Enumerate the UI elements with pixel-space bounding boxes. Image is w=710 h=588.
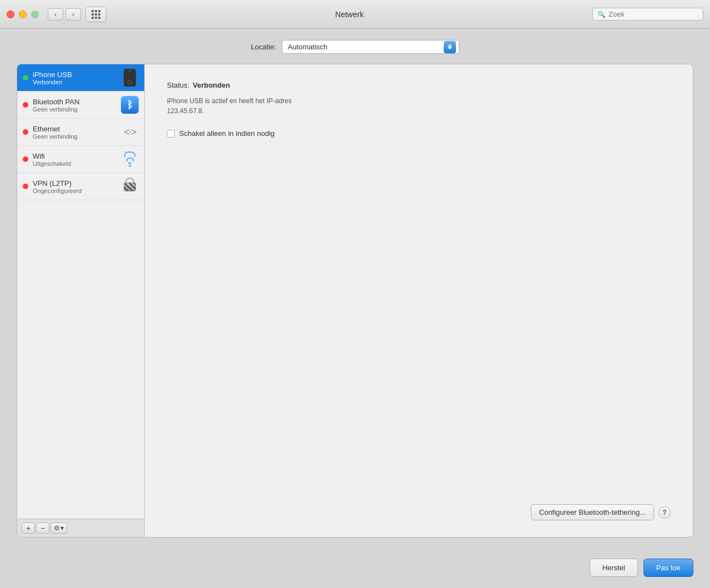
network-info: Wifi Uitgeschakeld <box>33 152 116 167</box>
checkbox-row: Schakel alleen in indien nodig <box>167 129 671 138</box>
lock-icon <box>121 178 139 195</box>
location-label: Locatie: <box>251 43 276 51</box>
gear-icon: ⚙ <box>54 524 60 532</box>
help-button[interactable]: ? <box>658 506 671 519</box>
sidebar-item-iphone-usb[interactable]: iPhone USB Verbonden <box>17 64 144 92</box>
network-name: VPN (L2TP) <box>33 179 116 187</box>
sidebar-list: iPhone USB Verbonden Bluetooth PAN Geen … <box>17 64 144 519</box>
network-status: Ongeconfigureerd <box>33 187 116 194</box>
search-input[interactable] <box>608 10 698 18</box>
pas-toe-button[interactable]: Pas toe <box>643 559 693 577</box>
sidebar-toolbar: + − ⚙ ▾ <box>17 519 144 537</box>
nav-buttons: ‹ › <box>48 8 81 21</box>
network-name: Ethernet <box>33 125 116 133</box>
ethernet-icon: <‧> <box>121 123 139 141</box>
sidebar-item-vpn[interactable]: VPN (L2TP) Ongeconfigureerd <box>17 173 144 200</box>
configure-bluetooth-button[interactable]: Configureer Bluetooth-tethering... <box>531 504 654 520</box>
titlebar: ‹ › Netwerk 🔍 <box>0 0 710 29</box>
detail-bottom: Configureer Bluetooth-tethering... ? <box>167 504 671 520</box>
network-name: iPhone USB <box>33 70 116 79</box>
forward-button[interactable]: › <box>65 8 81 21</box>
grid-button[interactable] <box>85 7 106 22</box>
network-status: Geen verbinding <box>33 133 116 140</box>
herstel-button[interactable]: Herstel <box>590 559 638 577</box>
grid-icon <box>92 10 100 19</box>
add-network-button[interactable]: + <box>22 523 35 534</box>
minimize-button[interactable] <box>19 11 27 18</box>
bluetooth-icon: ᛒ <box>121 96 139 114</box>
network-name: Bluetooth PAN <box>33 98 116 106</box>
main-panel: iPhone USB Verbonden Bluetooth PAN Geen … <box>17 64 693 538</box>
wifi-icon <box>121 150 139 168</box>
status-row: Status: Verbonden <box>167 81 671 89</box>
sidebar: iPhone USB Verbonden Bluetooth PAN Geen … <box>17 64 145 537</box>
location-select[interactable]: Automatisch <box>282 40 459 54</box>
network-status: Geen verbinding <box>33 106 116 113</box>
status-value: Verbonden <box>192 81 230 89</box>
status-dot-red <box>23 102 28 108</box>
status-key: Status: <box>167 81 189 89</box>
network-info: Ethernet Geen verbinding <box>33 125 116 140</box>
remove-network-button[interactable]: − <box>36 523 49 534</box>
window-title: Netwerk <box>106 10 592 19</box>
network-name: Wifi <box>33 152 116 160</box>
network-info: iPhone USB Verbonden <box>33 70 116 85</box>
back-button[interactable]: ‹ <box>48 8 63 21</box>
close-button[interactable] <box>7 11 14 18</box>
detail-panel: Status: Verbonden iPhone USB is actief e… <box>145 64 693 537</box>
settings-button[interactable]: ⚙ ▾ <box>50 523 67 534</box>
search-icon: 🔍 <box>597 11 606 18</box>
chevron-down-icon: ▾ <box>60 524 64 532</box>
sidebar-item-bluetooth-pan[interactable]: Bluetooth PAN Geen verbinding ᛒ <box>17 92 144 119</box>
network-info: VPN (L2TP) Ongeconfigureerd <box>33 179 116 194</box>
location-select-wrapper: Automatisch <box>282 40 459 54</box>
checkbox-label: Schakel alleen in indien nodig <box>179 129 275 138</box>
status-description: iPhone USB is actief en heeft het IP-adr… <box>167 96 671 116</box>
location-bar: Locatie: Automatisch <box>17 40 693 54</box>
network-info: Bluetooth PAN Geen verbinding <box>33 98 116 113</box>
search-box[interactable]: 🔍 <box>592 8 703 21</box>
bottom-bar: Herstel Pas toe <box>0 549 710 588</box>
network-status: Verbonden <box>33 79 116 85</box>
sidebar-item-wifi[interactable]: Wifi Uitgeschakeld <box>17 146 144 173</box>
window-controls <box>7 11 39 18</box>
status-dot-green <box>23 75 28 80</box>
status-dot-red <box>23 156 28 162</box>
sidebar-item-ethernet[interactable]: Ethernet Geen verbinding <‧> <box>17 119 144 146</box>
iphone-icon <box>121 69 139 87</box>
status-dot-red <box>23 129 28 135</box>
maximize-button[interactable] <box>31 11 39 18</box>
content: Locatie: Automatisch iPhone USB Verbonde… <box>0 29 710 549</box>
enable-only-if-needed-checkbox[interactable] <box>167 130 175 138</box>
status-dot-red <box>23 184 28 189</box>
detail-spacer <box>167 154 671 504</box>
network-status: Uitgeschakeld <box>33 160 116 167</box>
